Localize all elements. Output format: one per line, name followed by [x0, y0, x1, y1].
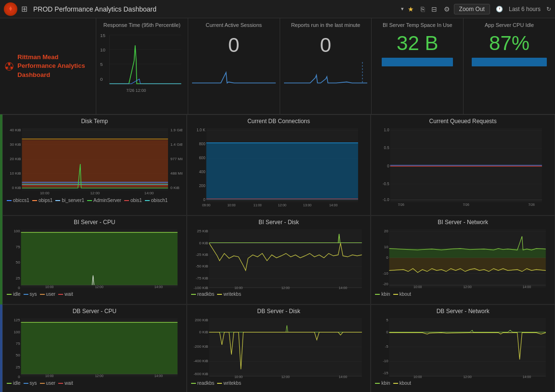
queued-requests-chart: 1.0 0.5 0 -0.5 -1.0 7/26 10:00 [375, 126, 551, 207]
svg-text:-0.5: -0.5 [383, 181, 389, 186]
active-sessions-sparkline [192, 57, 276, 86]
bi-network-title: BI Server - Network [375, 219, 551, 226]
svg-text:7/26: 7/26 [463, 203, 469, 206]
bi-server-temp-bar [382, 58, 453, 66]
svg-text:1.9 GiB: 1.9 GiB [170, 128, 182, 132]
svg-text:75: 75 [16, 245, 20, 249]
db-cpu-chart: 125 100 75 50 25 0 10:00 12:00 14:00 [7, 316, 182, 378]
svg-text:-75 KiB: -75 KiB [195, 276, 208, 280]
row3: BI Server - CPU 100 75 50 25 0 10:00 1 [0, 215, 555, 304]
svg-text:10:00: 10:00 [234, 375, 243, 378]
row4-grid: DB Server - CPU 125 100 75 50 25 0 10:00 [2, 304, 555, 392]
svg-text:-200 KiB: -200 KiB [194, 344, 208, 349]
svg-text:0 KiB: 0 KiB [199, 329, 208, 334]
clock-icon: 🕐 [496, 6, 503, 13]
disk-temp-chart: 40 KiB 30 KiB 20 KiB 10 KiB 0 KiB 1.9 Gi… [7, 126, 182, 195]
disk-temp-title: Disk Temp [7, 118, 182, 125]
svg-text:-5: -5 [385, 344, 389, 349]
bi-server-temp-panel: BI Server Temp Space In Use 32 B [372, 18, 464, 114]
svg-text:14:00: 14:00 [155, 285, 163, 289]
zoom-out-button[interactable]: Zoom Out [454, 4, 490, 14]
svg-text:7/26: 7/26 [529, 203, 535, 206]
current-db-panel: Current DB Connections 1.0 K 800 600 400… [187, 114, 371, 215]
svg-text:200: 200 [199, 184, 206, 188]
svg-text:-15: -15 [383, 371, 389, 375]
svg-text:-20: -20 [383, 282, 389, 286]
svg-text:10:00: 10:00 [40, 191, 50, 195]
svg-text:12:00: 12:00 [90, 191, 100, 195]
save-icon[interactable]: ⊟ [431, 5, 437, 13]
svg-text:50: 50 [16, 353, 20, 357]
svg-text:12:00: 12:00 [281, 286, 289, 289]
svg-text:-50 KiB: -50 KiB [195, 264, 208, 268]
svg-text:200 KiB: 200 KiB [195, 318, 208, 322]
row3-grid: BI Server - CPU 100 75 50 25 0 10:00 1 [2, 215, 555, 304]
grid-icon[interactable]: ⊞ [21, 4, 27, 13]
topbar-right: Zoom Out 🕐 Last 6 hours ↻ [454, 4, 551, 14]
svg-line-6 [9, 64, 11, 67]
db-disk-legend: readkbs writekbs [191, 380, 367, 386]
svg-text:13:00: 13:00 [303, 203, 311, 207]
db-disk-chart: 200 KiB 0 KiB -200 KiB -400 KiB -600 KiB… [191, 316, 367, 378]
db-cpu-legend: idle sys user wait [7, 380, 182, 386]
svg-text:15: 15 [100, 33, 105, 38]
db-cpu-panel: DB Server - CPU 125 100 75 50 25 0 10:00 [2, 304, 187, 392]
settings-icon[interactable]: ⚙ [444, 5, 450, 13]
svg-text:0: 0 [387, 329, 389, 334]
svg-text:14:00: 14:00 [523, 285, 531, 289]
svg-marker-90 [21, 232, 178, 285]
svg-text:12:00: 12:00 [464, 285, 472, 289]
db-network-chart: 5 0 -5 -10 -15 10:00 12:00 14:00 [375, 316, 551, 378]
svg-text:-10: -10 [383, 359, 389, 363]
topbar-action-icons: ★ ⎘ ⊟ ⚙ [408, 5, 450, 13]
brand-logo-icon [5, 58, 13, 75]
svg-text:14:00: 14:00 [338, 375, 347, 378]
response-time-chart: 15 10 5 0 7/26 12:00 [100, 30, 184, 97]
bi-network-chart: 20 10 0 -10 -20 10:00 12:00 [375, 227, 551, 289]
app-server-cpu-bar [472, 58, 547, 66]
svg-text:-600 KiB: -600 KiB [194, 372, 208, 376]
refresh-icon[interactable]: ↻ [546, 6, 551, 13]
db-network-legend: kbin kbout [375, 380, 551, 386]
svg-text:5: 5 [100, 62, 103, 67]
svg-text:14:00: 14:00 [338, 286, 347, 289]
svg-text:0: 0 [387, 255, 389, 260]
chevron-down-icon[interactable]: ▾ [401, 6, 404, 12]
svg-text:10:00: 10:00 [227, 203, 235, 207]
queued-requests-panel: Current Queued Requests 1.0 0.5 0 -0.5 -… [371, 114, 555, 215]
share-icon[interactable]: ⎘ [421, 5, 425, 13]
svg-text:125: 125 [13, 318, 20, 322]
svg-text:0 KiB: 0 KiB [199, 240, 208, 245]
bi-cpu-panel: BI Server - CPU 100 75 50 25 0 10:00 1 [2, 215, 187, 304]
svg-text:600: 600 [199, 156, 206, 160]
svg-text:1.0 K: 1.0 K [196, 128, 206, 132]
svg-text:0: 0 [387, 164, 390, 168]
reports-sparkline [284, 57, 368, 86]
bi-disk-panel: BI Server - Disk 25 KiB 0 KiB -25 KiB -5… [187, 215, 371, 304]
svg-text:30 KiB: 30 KiB [10, 142, 21, 147]
svg-text:5: 5 [387, 318, 389, 322]
svg-line-5 [8, 64, 10, 67]
svg-text:1.4 GiB: 1.4 GiB [170, 142, 182, 147]
row2-grid: Disk Temp 40 KiB 30 KiB 20 KiB 10 KiB 0 … [2, 114, 555, 215]
header-row: Rittman Mead Performance Analytics Dashb… [0, 18, 555, 114]
branding-panel: Rittman Mead Performance Analytics Dashb… [0, 18, 96, 114]
app-server-cpu-value: 87% [489, 32, 529, 55]
app-server-cpu-panel: App Server CPU Idle 87% [464, 18, 555, 114]
star-icon[interactable]: ★ [408, 5, 414, 13]
active-sessions-value: 0 [228, 34, 239, 57]
svg-text:7/26 12:00: 7/26 12:00 [126, 88, 146, 93]
active-sessions-title: Current Active Sessions [206, 22, 262, 28]
svg-text:-1.0: -1.0 [383, 197, 389, 202]
bi-server-temp-value: 32 B [397, 32, 438, 55]
svg-text:25: 25 [16, 276, 20, 280]
db-network-panel: DB Server - Network 5 0 -5 -10 -15 10 [371, 304, 555, 392]
response-time-title: Response Time (95th Percentile) [103, 22, 181, 28]
app-server-cpu-title: App Server CPU Idle [485, 22, 534, 28]
reports-title: Reports run in the last minute [291, 22, 361, 28]
time-range: Last 6 hours [509, 6, 541, 13]
svg-text:10: 10 [100, 47, 105, 52]
svg-text:10:00: 10:00 [234, 286, 243, 289]
active-sessions-panel: Current Active Sessions 0 [188, 18, 280, 114]
bi-network-legend: kbin kbout [375, 291, 551, 297]
